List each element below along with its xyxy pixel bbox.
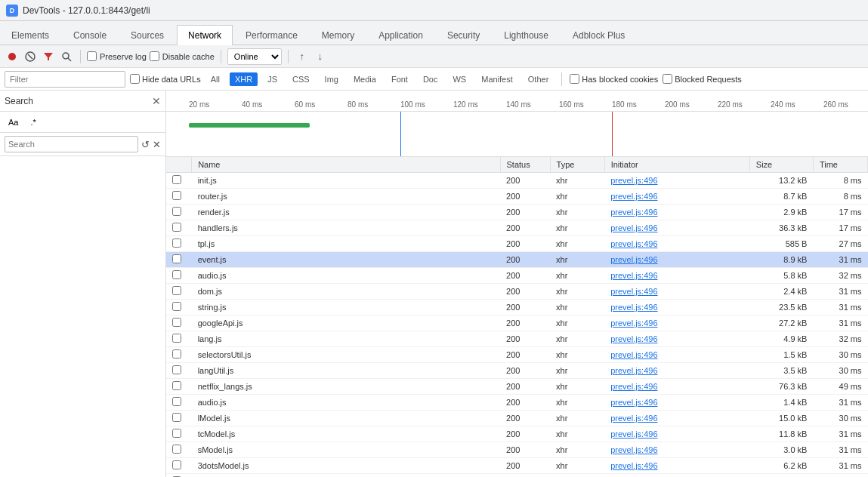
row-initiator[interactable]: prevel.js:496 xyxy=(604,205,749,220)
filter-button[interactable] xyxy=(41,49,56,64)
filter-js-button[interactable]: JS xyxy=(262,72,283,86)
row-checkbox[interactable] xyxy=(172,175,181,184)
row-checkbox[interactable] xyxy=(172,365,181,374)
table-row[interactable]: handlers.js 200 xhr prevel.js:496 36.3 k… xyxy=(166,220,868,236)
filter-other-button[interactable]: Other xyxy=(523,72,554,86)
table-row[interactable]: 3dotsView.js 200 xhr prevel.js:496 4.8 k… xyxy=(166,474,868,478)
row-initiator[interactable]: prevel.js:496 xyxy=(604,284,749,300)
row-name[interactable]: googleApi.js xyxy=(192,315,500,331)
search-refresh-button[interactable]: ↺ xyxy=(141,139,150,150)
table-row[interactable]: render.js 200 xhr prevel.js:496 2.9 kB 1… xyxy=(166,205,868,220)
has-blocked-cookies-label[interactable]: Has blocked cookies xyxy=(570,74,658,84)
row-initiator[interactable]: prevel.js:496 xyxy=(604,411,749,426)
tab-console[interactable]: Console xyxy=(62,25,118,45)
row-checkbox-cell[interactable] xyxy=(166,363,192,379)
col-name[interactable]: Name xyxy=(192,157,500,173)
row-checkbox-cell[interactable] xyxy=(166,315,192,331)
row-name[interactable]: sModel.js xyxy=(192,442,500,458)
row-name[interactable]: dom.js xyxy=(192,284,500,300)
table-row[interactable]: init.js 200 xhr prevel.js:496 13.2 kB 8 … xyxy=(166,173,868,189)
col-type[interactable]: Type xyxy=(550,157,604,173)
row-checkbox-cell[interactable] xyxy=(166,395,192,411)
tab-sources[interactable]: Sources xyxy=(119,25,175,45)
row-checkbox-cell[interactable] xyxy=(166,474,192,478)
row-name[interactable]: selectorsUtil.js xyxy=(192,347,500,363)
hide-data-urls-label[interactable]: Hide data URLs xyxy=(130,74,201,84)
has-blocked-cookies-checkbox[interactable] xyxy=(570,74,579,84)
row-checkbox-cell[interactable] xyxy=(166,220,192,236)
row-checkbox-cell[interactable] xyxy=(166,411,192,426)
table-row[interactable]: selectorsUtil.js 200 xhr prevel.js:496 1… xyxy=(166,347,868,363)
filter-font-button[interactable]: Font xyxy=(386,72,413,86)
row-checkbox[interactable] xyxy=(172,397,181,406)
import-button[interactable]: ↑ xyxy=(295,49,310,64)
row-initiator[interactable]: prevel.js:496 xyxy=(604,474,749,478)
filter-img-button[interactable]: Img xyxy=(320,72,344,86)
preserve-log-checkbox[interactable] xyxy=(87,51,97,61)
row-name[interactable]: string.js xyxy=(192,300,500,315)
row-name[interactable]: lang.js xyxy=(192,331,500,347)
row-name[interactable]: audio.js xyxy=(192,268,500,284)
col-time[interactable]: Time xyxy=(813,157,867,173)
network-table-wrap[interactable]: Name Status Type Initiator Size Time ini… xyxy=(166,157,868,477)
tab-elements[interactable]: Elements xyxy=(0,25,60,45)
filter-xhr-button[interactable]: XHR xyxy=(230,72,258,86)
row-checkbox[interactable] xyxy=(172,334,181,343)
row-name[interactable]: 3dotsModel.js xyxy=(192,458,500,474)
clear-button[interactable] xyxy=(23,49,38,64)
row-name[interactable]: audio.js xyxy=(192,395,500,411)
row-initiator[interactable]: prevel.js:496 xyxy=(604,315,749,331)
search-close-button[interactable]: ✕ xyxy=(152,95,161,107)
row-initiator[interactable]: prevel.js:496 xyxy=(604,442,749,458)
filter-input[interactable] xyxy=(5,71,125,88)
row-name[interactable]: handlers.js xyxy=(192,220,500,236)
table-row[interactable]: 3dotsModel.js 200 xhr prevel.js:496 6.2 … xyxy=(166,458,868,474)
row-name[interactable]: event.js xyxy=(192,252,500,268)
filter-all-button[interactable]: All xyxy=(205,72,225,86)
row-checkbox-cell[interactable] xyxy=(166,252,192,268)
row-checkbox-cell[interactable] xyxy=(166,173,192,189)
row-checkbox[interactable] xyxy=(172,191,181,200)
table-row[interactable]: audio.js 200 xhr prevel.js:496 5.8 kB 32… xyxy=(166,268,868,284)
throttle-select[interactable]: Online Offline Slow 3G Fast 3G xyxy=(227,48,282,65)
filter-media-button[interactable]: Media xyxy=(348,72,381,86)
table-row[interactable]: tcModel.js 200 xhr prevel.js:496 11.8 kB… xyxy=(166,426,868,442)
tab-adblock[interactable]: Adblock Plus xyxy=(561,25,636,45)
blocked-requests-checkbox[interactable] xyxy=(663,74,672,84)
row-checkbox-cell[interactable] xyxy=(166,268,192,284)
row-checkbox-cell[interactable] xyxy=(166,379,192,395)
row-checkbox[interactable] xyxy=(172,302,181,311)
row-checkbox[interactable] xyxy=(172,238,181,248)
row-checkbox-cell[interactable] xyxy=(166,205,192,220)
row-checkbox[interactable] xyxy=(172,286,181,295)
table-row[interactable]: langUtil.js 200 xhr prevel.js:496 3.5 kB… xyxy=(166,363,868,379)
row-checkbox[interactable] xyxy=(172,270,181,279)
row-checkbox[interactable] xyxy=(172,445,181,454)
row-initiator[interactable]: prevel.js:496 xyxy=(604,189,749,205)
tab-network[interactable]: Network xyxy=(177,25,233,45)
row-checkbox-cell[interactable] xyxy=(166,347,192,363)
table-row[interactable]: tpl.js 200 xhr prevel.js:496 585 B 27 ms xyxy=(166,236,868,252)
row-initiator[interactable]: prevel.js:496 xyxy=(604,331,749,347)
table-row[interactable]: lang.js 200 xhr prevel.js:496 4.9 kB 32 … xyxy=(166,331,868,347)
export-button[interactable]: ↓ xyxy=(313,49,328,64)
row-name[interactable]: langUtil.js xyxy=(192,363,500,379)
search-input[interactable] xyxy=(5,136,138,152)
record-button[interactable] xyxy=(5,49,20,64)
filter-doc-button[interactable]: Doc xyxy=(418,72,443,86)
tab-security[interactable]: Security xyxy=(436,25,491,45)
table-row[interactable]: audio.js 200 xhr prevel.js:496 1.4 kB 31… xyxy=(166,395,868,411)
tab-lighthouse[interactable]: Lighthouse xyxy=(493,25,560,45)
row-checkbox-cell[interactable] xyxy=(166,442,192,458)
row-initiator[interactable]: prevel.js:496 xyxy=(604,220,749,236)
row-name[interactable]: 3dotsView.js xyxy=(192,474,500,478)
row-checkbox[interactable] xyxy=(172,318,181,327)
table-row[interactable]: dom.js 200 xhr prevel.js:496 2.4 kB 31 m… xyxy=(166,284,868,300)
col-size[interactable]: Size xyxy=(749,157,813,173)
row-checkbox-cell[interactable] xyxy=(166,426,192,442)
row-checkbox[interactable] xyxy=(172,460,181,469)
disable-cache-checkbox[interactable] xyxy=(150,51,159,61)
table-row[interactable]: sModel.js 200 xhr prevel.js:496 3.0 kB 3… xyxy=(166,442,868,458)
row-name[interactable]: render.js xyxy=(192,205,500,220)
row-initiator[interactable]: prevel.js:496 xyxy=(604,395,749,411)
